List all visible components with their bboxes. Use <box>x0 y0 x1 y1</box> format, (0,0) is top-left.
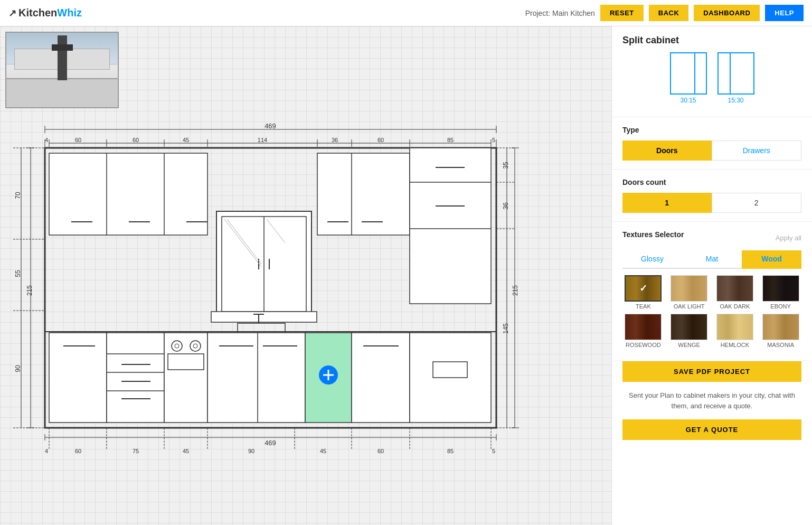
svg-text:45: 45 <box>183 448 189 454</box>
svg-rect-73 <box>317 153 410 235</box>
texture-header: Textures Selector Apply all <box>622 230 801 245</box>
split-divider-30-15 <box>694 53 695 93</box>
svg-text:469: 469 <box>265 122 276 130</box>
svg-text:55: 55 <box>14 270 22 277</box>
split-label-15-30: 15:30 <box>728 97 743 104</box>
svg-text:45: 45 <box>183 137 189 143</box>
oak-dark-swatch <box>716 275 753 302</box>
svg-text:469: 469 <box>265 439 276 447</box>
svg-text:70: 70 <box>14 192 22 199</box>
logo: ↗ Kitchen Whiz <box>8 7 82 19</box>
oak-light-label: OAK LIGHT <box>674 303 705 310</box>
get-quote-button[interactable]: GET A QUOTE <box>622 419 801 440</box>
dashboard-button[interactable]: DASHBOARD <box>694 5 760 21</box>
save-pdf-button[interactable]: SAVE PDF PROJECT <box>622 361 801 382</box>
oak-light-swatch <box>671 275 707 302</box>
svg-text:36: 36 <box>332 137 338 143</box>
svg-text:145: 145 <box>502 323 509 334</box>
back-button[interactable]: BACK <box>649 5 689 21</box>
svg-text:35: 35 <box>502 162 509 169</box>
right-panel: Split cabinet 30:15 15:30 <box>611 26 812 525</box>
oak-dark-label: OAK DARK <box>720 303 750 310</box>
svg-text:60: 60 <box>75 448 81 454</box>
quote-description: Sent your Plan to cabinet makers in your… <box>612 386 812 415</box>
ebony-swatch <box>762 275 799 302</box>
hemlock-label: HEMLOCK <box>721 342 749 348</box>
svg-rect-85 <box>107 333 164 423</box>
tab-glossy[interactable]: Glossy <box>622 250 682 269</box>
svg-text:60: 60 <box>75 137 81 143</box>
texture-hemlock[interactable]: HEMLOCK <box>714 314 756 348</box>
apply-all-button[interactable]: Apply all <box>776 234 801 242</box>
drawers-button[interactable]: Drawers <box>712 140 802 161</box>
type-buttons: Doors Drawers <box>622 140 801 161</box>
texture-tabs: Glossy Mat Wood <box>622 250 801 269</box>
doors-count-title: Doors count <box>622 178 801 186</box>
svg-text:45: 45 <box>320 448 326 454</box>
masonia-label: MASONIA <box>767 342 794 348</box>
svg-rect-69 <box>211 312 317 322</box>
canvas-area[interactable]: 469 <box>0 26 611 525</box>
split-options: 30:15 15:30 <box>622 52 801 104</box>
wenge-swatch <box>671 314 707 340</box>
split-label-30-15: 30:15 <box>680 97 696 104</box>
split-option-30-15[interactable]: 30:15 <box>670 52 707 104</box>
masonia-swatch <box>762 314 799 340</box>
split-icon-15-30 <box>717 52 754 95</box>
svg-text:36: 36 <box>502 202 509 210</box>
split-option-15-30[interactable]: 15:30 <box>717 52 754 104</box>
doors-button[interactable]: Doors <box>622 140 712 161</box>
split-cabinet-title: Split cabinet <box>622 35 801 46</box>
help-button[interactable]: HELP <box>765 5 804 21</box>
svg-text:215: 215 <box>26 285 33 296</box>
teak-swatch: ✓ <box>625 275 662 302</box>
svg-text:60: 60 <box>377 137 384 143</box>
svg-text:215: 215 <box>512 285 519 296</box>
svg-text:60: 60 <box>133 137 139 143</box>
svg-text:5: 5 <box>492 448 495 454</box>
svg-rect-77 <box>410 148 491 304</box>
textures-title: Textures Selector <box>622 230 684 239</box>
texture-teak[interactable]: ✓ TEAK <box>622 275 664 310</box>
rosewood-swatch <box>625 314 662 340</box>
tab-wood[interactable]: Wood <box>742 250 801 269</box>
type-section: Type Doors Drawers <box>612 117 812 170</box>
svg-rect-55 <box>49 153 207 235</box>
svg-text:75: 75 <box>133 448 139 454</box>
header: ↗ Kitchen Whiz Project: Main Kitchen RES… <box>0 0 812 26</box>
reset-button[interactable]: RESET <box>600 5 644 21</box>
texture-oak-light[interactable]: OAK LIGHT <box>668 275 710 310</box>
tab-mat[interactable]: Mat <box>682 250 742 269</box>
svg-text:90: 90 <box>14 365 22 372</box>
texture-rosewood[interactable]: ROSEWOOD <box>622 314 664 348</box>
floor-plan-svg: 469 <box>0 26 523 460</box>
svg-text:60: 60 <box>377 448 384 454</box>
svg-text:5: 5 <box>492 137 495 143</box>
texture-masonia[interactable]: MASONIA <box>760 314 801 348</box>
doors-count-section: Doors count 1 2 <box>612 170 812 222</box>
svg-text:114: 114 <box>258 137 267 143</box>
texture-grid: ✓ TEAK OAK LIGHT OAK DARK EBONY <box>622 275 801 348</box>
header-right: Project: Main Kitchen RESET BACK DASHBOA… <box>525 5 804 21</box>
logo-arrow: ↗ <box>8 7 16 19</box>
texture-ebony[interactable]: EBONY <box>760 275 801 310</box>
logo-kitchen: Kitchen <box>18 7 57 19</box>
project-label: Project: Main Kitchen <box>525 9 595 17</box>
type-title: Type <box>622 126 801 134</box>
split-cabinet-section: Split cabinet 30:15 15:30 <box>612 26 812 117</box>
rosewood-label: ROSEWOOD <box>626 342 661 348</box>
count-buttons: 1 2 <box>622 193 801 213</box>
wenge-label: WENGE <box>678 342 700 348</box>
texture-wenge[interactable]: WENGE <box>668 314 710 348</box>
teak-label: TEAK <box>636 303 651 310</box>
logo-whiz: Whiz <box>57 7 82 19</box>
svg-text:85: 85 <box>447 448 454 454</box>
hemlock-swatch <box>716 314 753 340</box>
texture-oak-dark[interactable]: OAK DARK <box>714 275 756 310</box>
svg-text:4: 4 <box>45 137 48 143</box>
count-1-button[interactable]: 1 <box>622 193 712 213</box>
count-2-button[interactable]: 2 <box>712 193 802 213</box>
main-area: 469 <box>0 26 812 525</box>
teak-check: ✓ <box>639 283 647 294</box>
ebony-label: EBONY <box>770 303 791 310</box>
